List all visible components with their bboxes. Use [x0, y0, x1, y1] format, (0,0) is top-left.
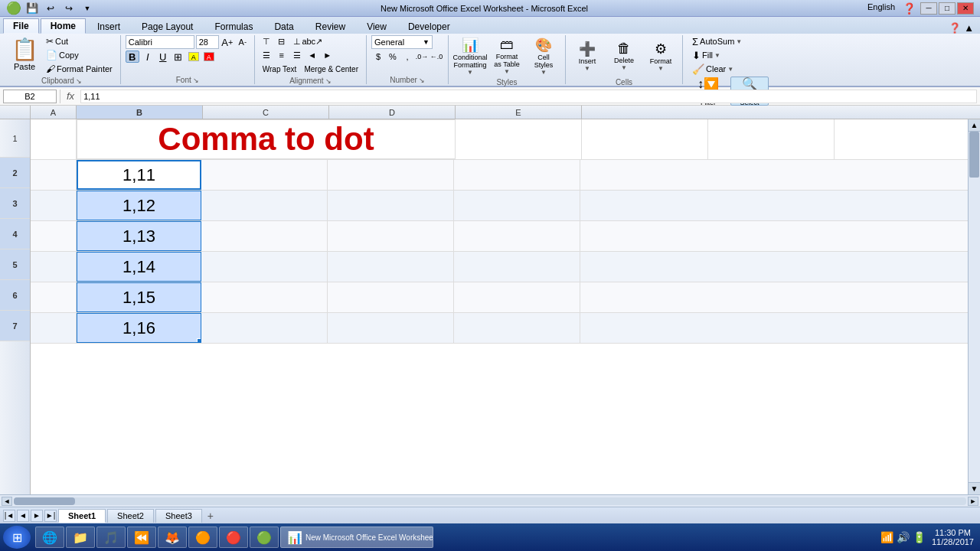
col-header-d[interactable]: D — [329, 106, 456, 119]
scroll-thumb[interactable] — [969, 132, 979, 178]
cell-c4[interactable] — [201, 221, 328, 251]
sheet-tab-3[interactable]: Sheet3 — [155, 509, 202, 523]
qa-dropdown-btn[interactable]: ▼ — [80, 2, 95, 15]
sheet-tab-1[interactable]: Sheet1 — [58, 509, 106, 523]
align-top-btn[interactable]: ⊤ — [260, 35, 273, 47]
font-size-decrease-btn[interactable]: A- — [236, 36, 250, 48]
vertical-scrollbar[interactable]: ▲ ▼ — [968, 119, 980, 494]
tab-file[interactable]: File — [3, 18, 39, 34]
cell-b6[interactable]: 1,15 — [77, 282, 201, 312]
cell-b1[interactable]: Comma to dot — [77, 119, 456, 159]
scroll-left-btn[interactable]: ◄ — [2, 497, 12, 506]
delete-cells-btn[interactable]: 🗑 Delete ▼ — [607, 35, 641, 77]
add-sheet-btn[interactable]: + — [204, 509, 217, 523]
cell-d4[interactable] — [328, 221, 454, 251]
percent-btn[interactable]: % — [386, 51, 400, 63]
currency-btn[interactable]: $ — [371, 51, 385, 63]
taskbar-excel-btn[interactable]: 📊 New Microsoft Office Excel Worksheet -… — [280, 527, 433, 548]
taskbar-back-btn[interactable]: ⏪ — [127, 527, 156, 548]
formula-input[interactable] — [80, 90, 977, 103]
underline-btn[interactable]: U — [156, 51, 170, 63]
cell-a2[interactable] — [31, 160, 77, 190]
conditional-formatting-btn[interactable]: 📊 ConditionalFormatting ▼ — [453, 35, 487, 77]
cell-d1[interactable] — [582, 119, 708, 159]
row-header-3[interactable]: 3 — [0, 188, 30, 219]
row-header-1[interactable]: 1 — [0, 119, 30, 158]
tab-view[interactable]: View — [357, 19, 397, 34]
number-format-dropdown[interactable]: General ▼ — [371, 35, 433, 49]
undo-btn[interactable]: ↩ — [43, 2, 58, 15]
cell-e5[interactable] — [454, 252, 580, 282]
taskbar-media-btn[interactable]: 🎵 — [96, 527, 126, 548]
maximize-btn[interactable]: □ — [939, 2, 956, 15]
cell-e4[interactable] — [454, 221, 580, 251]
taskbar-app1-btn[interactable]: 🟠 — [188, 527, 217, 548]
cell-e3[interactable] — [454, 191, 580, 220]
row-header-4[interactable]: 4 — [0, 219, 30, 249]
tab-insert[interactable]: Insert — [87, 19, 130, 34]
col-header-a[interactable]: A — [31, 106, 77, 119]
col-header-e[interactable]: E — [456, 106, 582, 119]
copy-button[interactable]: 📄 Copy — [43, 49, 116, 61]
row-header-7[interactable]: 7 — [0, 311, 30, 341]
paste-button[interactable]: 📋 Paste — [8, 35, 41, 75]
insert-cells-btn[interactable]: ➕ Insert ▼ — [570, 35, 604, 77]
cell-c3[interactable] — [201, 191, 328, 220]
start-button[interactable]: ⊞ — [3, 526, 31, 549]
sheet-nav-last-btn[interactable]: ►| — [44, 510, 57, 522]
font-size-increase-btn[interactable]: A+ — [220, 36, 234, 48]
cell-e1[interactable] — [708, 119, 835, 159]
help-icon[interactable]: ❓ — [903, 2, 916, 15]
tray-battery-icon[interactable]: 🔋 — [913, 531, 926, 543]
cell-a3[interactable] — [31, 191, 77, 220]
cut-button[interactable]: ✂ Cut — [43, 35, 116, 47]
tab-page-layout[interactable]: Page Layout — [132, 19, 203, 34]
taskbar-folder-btn[interactable]: 📁 — [66, 527, 95, 548]
cell-b3[interactable]: 1,12 — [77, 191, 201, 220]
format-as-table-btn[interactable]: 🗃 Formatas Table ▼ — [490, 35, 524, 77]
taskbar-clock[interactable]: 11:30 PM 11/28/2017 — [929, 528, 977, 546]
col-header-c[interactable]: C — [203, 106, 329, 119]
cell-ref-box[interactable] — [3, 90, 57, 103]
taskbar-firefox-btn[interactable]: 🦊 — [158, 527, 187, 548]
merge-center-btn[interactable]: Merge & Center — [301, 63, 361, 75]
decimal-decrease-btn[interactable]: ←.0 — [430, 51, 443, 63]
taskbar-app2-btn[interactable]: 🔴 — [219, 527, 248, 548]
minimize-btn[interactable]: ─ — [920, 2, 937, 15]
format-painter-button[interactable]: 🖌 Format Painter — [43, 63, 116, 75]
tray-volume-icon[interactable]: 🔊 — [897, 531, 910, 543]
align-right-btn[interactable]: ☰ — [290, 49, 304, 61]
tab-data[interactable]: Data — [264, 19, 303, 34]
cell-b5[interactable]: 1,14 — [77, 252, 201, 282]
number-expand-btn[interactable]: ↘ — [419, 77, 425, 84]
bold-btn[interactable]: B — [126, 51, 139, 63]
cell-c6[interactable] — [201, 282, 328, 312]
cell-e7[interactable] — [454, 313, 580, 343]
scroll-right-btn[interactable]: ► — [968, 497, 978, 506]
sheet-nav-first-btn[interactable]: |◄ — [3, 510, 15, 522]
font-name-input[interactable] — [126, 35, 194, 49]
cell-a6[interactable] — [31, 282, 77, 312]
cell-d5[interactable] — [328, 252, 454, 282]
taskbar-app3-btn[interactable]: 🟢 — [250, 527, 279, 548]
clipboard-expand-btn[interactable]: ↘ — [76, 77, 82, 85]
cell-e2[interactable] — [454, 160, 580, 190]
cell-styles-btn[interactable]: 🎨 CellStyles ▼ — [527, 35, 560, 77]
alignment-expand-btn[interactable]: ↘ — [325, 77, 332, 85]
fill-handle[interactable] — [197, 338, 201, 343]
cell-b4[interactable]: 1,13 — [77, 221, 201, 251]
sheet-tab-2[interactable]: Sheet2 — [107, 509, 154, 523]
close-btn[interactable]: ✕ — [957, 2, 974, 15]
cell-b7[interactable]: 1,16 — [77, 313, 201, 343]
cell-d2[interactable] — [328, 160, 454, 190]
wrap-text-btn[interactable]: Wrap Text — [260, 63, 300, 75]
indent-decrease-btn[interactable]: ◄ — [305, 49, 319, 61]
fill-btn[interactable]: ⬇ Fill ▼ — [689, 49, 769, 61]
border-btn[interactable]: ⊞ — [172, 51, 185, 63]
cell-a4[interactable] — [31, 221, 77, 251]
cell-a5[interactable] — [31, 252, 77, 282]
tab-review[interactable]: Review — [305, 19, 355, 34]
font-expand-btn[interactable]: ↘ — [193, 77, 199, 84]
cell-c2[interactable] — [201, 160, 328, 190]
tray-network-icon[interactable]: 📶 — [880, 531, 893, 543]
